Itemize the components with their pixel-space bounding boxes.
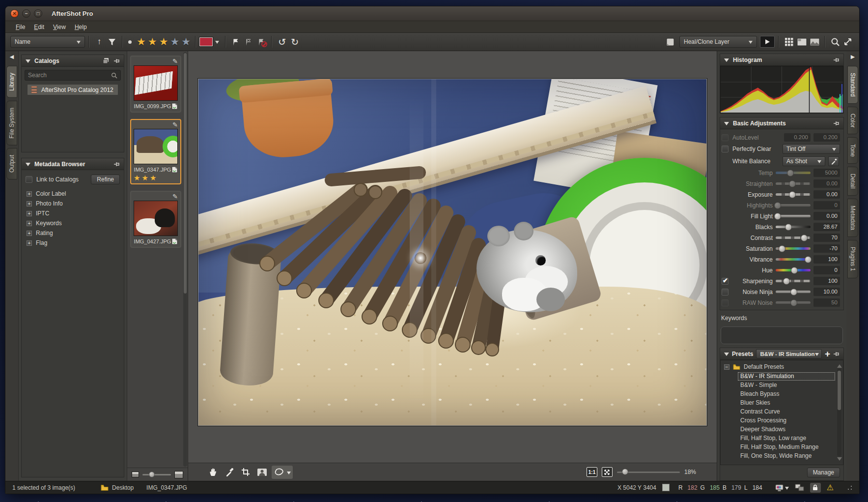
- contrast-slider[interactable]: [776, 236, 811, 239]
- menu-help[interactable]: Help: [70, 23, 91, 31]
- white-balance-select[interactable]: As Shot: [783, 156, 825, 166]
- metadata-tree-item-photo-info[interactable]: +Photo Info: [27, 199, 119, 208]
- slider-thumb[interactable]: [801, 235, 808, 241]
- rotate-right-button[interactable]: ↻: [288, 35, 301, 48]
- scroll-up-icon[interactable]: [837, 362, 842, 368]
- fullscreen-button[interactable]: [841, 35, 854, 48]
- preset-item[interactable]: Contrast Curve: [738, 408, 835, 416]
- collapse-expander[interactable]: −: [724, 364, 729, 370]
- slider-thumb[interactable]: [774, 213, 781, 220]
- sort-field-select[interactable]: Name: [10, 36, 85, 48]
- sort-direction-button[interactable]: ↑: [93, 35, 106, 48]
- pin-icon[interactable]: [113, 58, 120, 64]
- dual-image-icon[interactable]: [795, 484, 804, 491]
- presets-folder-label[interactable]: Default Presets: [744, 363, 784, 370]
- thumbnail-IMG_0099.JPG[interactable]: ✎IMG_0099.JPG: [130, 56, 181, 113]
- blacks-slider[interactable]: [776, 226, 811, 228]
- metadata-tree-item-iptc[interactable]: +IPTC: [27, 208, 119, 218]
- tab-color[interactable]: Color: [847, 107, 858, 135]
- tab-plugins-1[interactable]: Plugins 1: [847, 240, 858, 278]
- red-eye-tool-button[interactable]: [255, 466, 268, 479]
- metadata-tree-item-flag[interactable]: +Flag: [27, 238, 119, 248]
- slider-thumb[interactable]: [789, 180, 796, 187]
- collapse-left-button[interactable]: ◀: [10, 54, 14, 60]
- maximize-button[interactable]: □: [34, 9, 42, 18]
- color-profile-button[interactable]: [775, 484, 789, 492]
- zoom-slider[interactable]: [617, 472, 680, 473]
- star-rating-filter[interactable]: ★★★★★: [136, 36, 192, 48]
- tab-output[interactable]: Output: [6, 148, 17, 179]
- perfectly-clear-select[interactable]: Tint Off: [783, 144, 840, 154]
- pan-tool-button[interactable]: [207, 466, 220, 479]
- color-label-swatch[interactable]: [199, 37, 213, 46]
- star-icon[interactable]: ★: [137, 36, 146, 48]
- saturation-slider[interactable]: [776, 247, 811, 250]
- presets-scrollbar[interactable]: [837, 362, 842, 463]
- scroll-down-icon[interactable]: [837, 457, 842, 463]
- menu-view[interactable]: View: [49, 23, 70, 31]
- straighten-value[interactable]: 0.00: [813, 179, 840, 188]
- temp-value[interactable]: 5000: [813, 169, 840, 177]
- new-catalog-icon[interactable]: [103, 58, 110, 64]
- metadata-tree-item-keywords[interactable]: +Keywords: [27, 218, 119, 228]
- highlights-slider[interactable]: [776, 204, 811, 207]
- pin-icon[interactable]: [113, 161, 120, 167]
- tab-standard[interactable]: Standard: [847, 66, 858, 104]
- preset-item[interactable]: Cross Processing: [738, 416, 835, 425]
- star-icon[interactable]: ★: [148, 36, 157, 48]
- slider-thumb[interactable]: [790, 289, 797, 295]
- image-view-button[interactable]: [808, 35, 821, 48]
- white-balance-eyedropper-button[interactable]: [828, 156, 839, 166]
- thumbnail-IMG_0347.JPG[interactable]: ✎IMG_0347.JPG★★★: [130, 119, 181, 184]
- minimize-button[interactable]: –: [22, 9, 30, 18]
- tab-tone[interactable]: Tone: [847, 137, 858, 164]
- menu-edit[interactable]: Edit: [29, 23, 49, 31]
- blacks-value[interactable]: 28.67: [813, 223, 840, 231]
- flag-reject-button[interactable]: [242, 35, 255, 48]
- grid-view-button[interactable]: [783, 35, 795, 48]
- preset-item[interactable]: Bleach Bypass: [738, 390, 835, 398]
- vibrance-value[interactable]: 100: [813, 255, 840, 264]
- raw-noise-slider[interactable]: [776, 301, 811, 304]
- tab-metadata[interactable]: Metadata: [847, 199, 858, 237]
- expand-icon[interactable]: +: [27, 221, 32, 226]
- slider-thumb[interactable]: [791, 267, 798, 274]
- pin-icon[interactable]: [833, 120, 840, 126]
- sharpening-value[interactable]: 100: [813, 277, 840, 285]
- link-to-catalogs-checkbox[interactable]: [26, 176, 32, 183]
- zoom-fit-button[interactable]: [602, 467, 613, 477]
- keywords-input[interactable]: [721, 326, 843, 344]
- zoom-1to1-button[interactable]: 1:1: [587, 467, 597, 477]
- pin-icon[interactable]: [833, 57, 840, 63]
- slider-thumb[interactable]: [787, 170, 794, 177]
- magnifier-button[interactable]: [829, 35, 841, 48]
- expand-icon[interactable]: +: [27, 201, 32, 207]
- noise-ninja-checkbox[interactable]: [722, 289, 728, 295]
- sharpening-checkbox[interactable]: [722, 278, 728, 285]
- search-input[interactable]: [28, 72, 111, 79]
- catalog-search[interactable]: [25, 70, 121, 81]
- sharpening-slider[interactable]: [776, 280, 811, 282]
- fill-light-slider[interactable]: [776, 215, 811, 217]
- preset-item[interactable]: Fill, Half Stop, Low range: [738, 434, 835, 443]
- hue-value[interactable]: 0: [813, 266, 840, 274]
- refine-button[interactable]: Refine: [91, 175, 120, 184]
- tab-detail[interactable]: Detail: [847, 167, 858, 196]
- autolevel-checkbox[interactable]: [722, 134, 728, 141]
- crop-tool-button[interactable]: [239, 466, 252, 479]
- preset-item[interactable]: B&W - IR Simulation: [738, 372, 835, 381]
- raw-noise-checkbox[interactable]: [722, 299, 728, 306]
- flag-clear-button[interactable]: [255, 35, 268, 48]
- flag-pick-button[interactable]: [229, 35, 242, 48]
- expand-icon[interactable]: +: [27, 240, 32, 246]
- rotate-left-button[interactable]: ↺: [276, 35, 288, 48]
- slider-thumb[interactable]: [790, 299, 797, 306]
- thumbnail-size-slider[interactable]: [142, 474, 171, 475]
- current-folder[interactable]: Desktop: [112, 484, 134, 491]
- tab-file-system[interactable]: File System: [6, 101, 17, 146]
- temp-slider[interactable]: [776, 172, 811, 174]
- pin-icon[interactable]: [833, 351, 840, 357]
- browse-view-button[interactable]: [795, 35, 808, 48]
- presets-select[interactable]: B&W - IR Simulation: [756, 349, 822, 358]
- lock-button[interactable]: [810, 483, 821, 493]
